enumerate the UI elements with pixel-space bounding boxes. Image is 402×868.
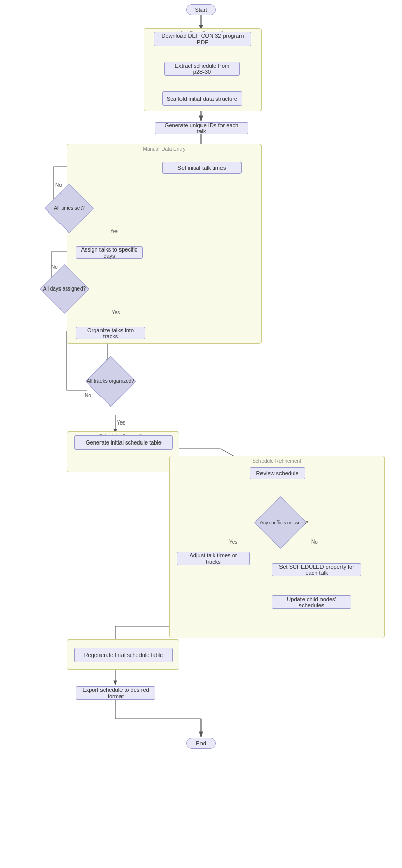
export-schedule-label: Export schedule to desired format <box>81 687 151 699</box>
all-times-diamond-wrap: All times set? <box>31 189 108 227</box>
end-label: End <box>196 740 206 746</box>
adjust-times-box: Adjust talk times or tracks <box>177 552 250 565</box>
organize-tracks-label: Organize talks into tracks <box>81 327 140 339</box>
any-conflicts-diamond-wrap: Any conflicts or issues? <box>250 500 311 544</box>
all-tracks-diamond <box>85 356 136 407</box>
set-scheduled-box: Set SCHEDULED property for each talk <box>272 563 361 576</box>
all-days-yes-text: Yes <box>112 310 120 315</box>
start-node: Start <box>186 4 216 15</box>
all-times-no-label: No <box>55 182 62 188</box>
all-days-diamond <box>39 264 89 313</box>
all-times-no-text: No <box>55 182 62 188</box>
export-schedule-box: Export schedule to desired format <box>76 686 155 700</box>
end-node: End <box>186 738 216 749</box>
all-times-diamond <box>45 183 94 233</box>
all-times-yes-text: Yes <box>110 228 118 234</box>
all-times-yes-label: Yes <box>110 228 118 234</box>
all-days-no-label: No <box>51 264 58 270</box>
scaffold-label: Scaffold initial data structure <box>167 95 237 102</box>
gen-initial-label: Generate initial schedule table <box>86 439 162 446</box>
gen-initial-box: Generate initial schedule table <box>74 435 173 450</box>
set-scheduled-label: Set SCHEDULED property for each talk <box>276 564 357 576</box>
any-conflicts-diamond <box>254 496 307 549</box>
all-tracks-yes-label: Yes <box>117 420 125 426</box>
group-manual-data-entry-label: Manual Data Entry <box>143 146 186 152</box>
all-days-no-text: No <box>51 264 58 270</box>
assign-days-box: Assign talks to specific days <box>76 246 143 259</box>
organize-tracks-box: Organize talks into tracks <box>76 327 145 339</box>
update-child-box: Update child nodes' schedules <box>272 595 351 609</box>
start-label: Start <box>195 7 207 13</box>
set-times-box: Set initial talk times <box>162 162 242 174</box>
all-tracks-no-text: No <box>85 393 91 398</box>
review-schedule-box: Review schedule <box>250 467 305 479</box>
extract-label: Extract schedule from p28-30 <box>169 63 235 75</box>
any-conflicts-no-text: No <box>311 539 318 545</box>
download-box: Download DEF CON 32 program PDF <box>154 32 251 46</box>
any-conflicts-no-label: No <box>311 539 318 545</box>
all-days-yes-label: Yes <box>112 310 120 315</box>
flowchart: Start Initial Data Preparation Download … <box>0 0 402 868</box>
genids-label: Generate unique IDs for each talk <box>159 122 244 134</box>
group-schedule-refinement-label: Schedule Refinement <box>252 458 302 464</box>
genids-box: Generate unique IDs for each talk <box>155 122 248 134</box>
download-label: Download DEF CON 32 program PDF <box>158 33 247 45</box>
set-times-label: Set initial talk times <box>177 165 226 171</box>
all-days-diamond-wrap: All days assigned? <box>25 269 104 308</box>
update-child-label: Update child nodes' schedules <box>276 596 347 608</box>
regen-final-box: Regenerate final schedule table <box>74 648 173 662</box>
all-tracks-no-label: No <box>85 393 91 398</box>
adjust-times-label: Adjust talk times or tracks <box>182 552 245 565</box>
extract-box: Extract schedule from p28-30 <box>164 62 240 76</box>
regen-final-label: Regenerate final schedule table <box>84 652 164 658</box>
assign-days-label: Assign talks to specific days <box>81 246 138 259</box>
any-conflicts-yes-text: Yes <box>229 539 237 545</box>
any-conflicts-yes-label: Yes <box>229 539 237 545</box>
scaffold-box: Scaffold initial data structure <box>162 91 242 106</box>
group-schedule-refinement: Schedule Refinement <box>169 456 385 638</box>
review-schedule-label: Review schedule <box>256 470 298 476</box>
all-tracks-yes-text: Yes <box>117 420 125 426</box>
